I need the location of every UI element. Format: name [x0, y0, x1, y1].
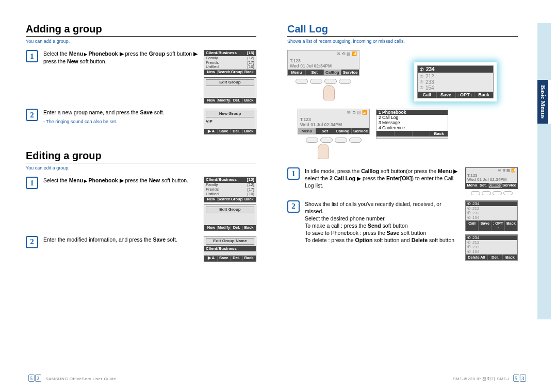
- lcd-edit-group-name: Edit Group Name Client/Business ▶ ASaveD…: [204, 236, 256, 262]
- idle-screen: ✉ ⚙ ▤ 📶 T.123Wed 01 Jul 02:34PM MenuSetC…: [287, 50, 359, 76]
- left-column: Adding a group You can add a group. 1 Se…: [26, 23, 256, 267]
- heading-call-log: Call Log: [287, 23, 518, 37]
- dial-icon: ✆: [467, 235, 471, 240]
- right-column: Call Log Shows a list of recent outgoing…: [287, 23, 531, 267]
- side-tab-basic-menus: Basic Menus: [537, 80, 548, 124]
- intro-call-log: Shows a list of recent outgoing, incomin…: [287, 39, 518, 44]
- step-text: Select the Menu ▶ Phonebook ▶ press the …: [43, 177, 200, 184]
- lcd-call-log-list: ✆234 ✆212 ✆233 ✆154 CallSave: OPT :Back: [465, 200, 518, 231]
- dial-icon: ✆: [467, 201, 471, 206]
- lcd-call-log-delete: ✆234 ✆212 ✆233 ✆154 Delete AllDel.Back: [465, 234, 518, 261]
- page-number: 52: [28, 374, 41, 382]
- step-number: 1: [26, 177, 38, 189]
- note-text: - The ringing sound can also be set.: [43, 118, 200, 125]
- intro-adding-group: You can add a group.: [26, 39, 256, 44]
- arrow-icon: ▶: [83, 179, 88, 183]
- lcd-idle: ✉ ⚙ ▤ 📶 T.123Wed 01 Jul 02:34PM MenuSet.…: [465, 167, 518, 189]
- dial-icon: ✆: [467, 249, 471, 254]
- step-number: 1: [26, 50, 38, 62]
- softkey-row: [465, 191, 518, 195]
- dial-icon: ✆: [420, 86, 423, 90]
- step-number: 2: [26, 236, 38, 248]
- lcd-edit-group: Edit Group NewModifyDel.Back: [204, 77, 256, 104]
- dial-icon: ✆: [467, 206, 471, 211]
- arrow-icon: ▶: [83, 52, 88, 57]
- footer-left: 52 SAMSUNG OfficeServ User Guide: [28, 374, 116, 382]
- step-number: 2: [287, 200, 300, 213]
- step-text: Shows the list of calls you've recently …: [305, 200, 461, 244]
- finger-icon: [318, 144, 329, 159]
- softkey-row: [306, 138, 362, 143]
- dial-icon: ✆: [467, 211, 471, 215]
- dial-icon: ✆: [420, 67, 424, 72]
- step-number: 2: [26, 109, 38, 121]
- dial-icon: ✆: [467, 240, 471, 245]
- lcd-group-list: Client/Business[15] Family[12] Frends[17…: [204, 50, 256, 75]
- step-text: In idle mode, press the Calllog soft but…: [305, 167, 461, 190]
- call-log-screen-hero: ✆234 ✆212 ✆233 ✆154 CallSave: OPT :Back: [417, 65, 494, 98]
- footer-right: SMT-i5220 IP 전화기 SMT-i 53: [453, 374, 526, 382]
- intro-editing-group: You can edit a group.: [26, 165, 256, 171]
- step-text: Enter a new group name, and press the Sa…: [43, 109, 200, 124]
- heading-editing-group: Editing a group: [26, 150, 256, 163]
- dial-icon: ✆: [420, 74, 423, 79]
- lcd-new-group: New Group VIP ▶ ASaveDel.Back: [204, 109, 256, 134]
- phone-illustration: ✉ ⚙ ▤ 📶 T.123Wed 01 Jul 02:34PM MenuSetC…: [287, 50, 494, 132]
- page-number: 53: [513, 374, 526, 382]
- dial-icon: ✆: [467, 215, 471, 220]
- dial-icon: ✆: [420, 80, 423, 84]
- finger-icon: [323, 85, 335, 100]
- step-text: Select the Menu ▶ Phonebook ▶ press the …: [43, 50, 200, 65]
- step-text: Enter the modified information, and pres…: [43, 236, 200, 243]
- dial-icon: ✆: [467, 245, 471, 249]
- step-number: 1: [287, 167, 300, 180]
- status-icons: ✉ ⚙ ▤ 📶: [288, 50, 359, 57]
- lcd-edit-group: Edit Group NewModifyDel.Back: [204, 204, 256, 231]
- softkey-row: [296, 79, 351, 84]
- status-icons: ✉ ⚙ ▤ 📶: [466, 168, 517, 173]
- heading-adding-group: Adding a group: [26, 23, 256, 37]
- lcd-group-list: Client/Business[15] Family[12] Frends[17…: [204, 177, 256, 202]
